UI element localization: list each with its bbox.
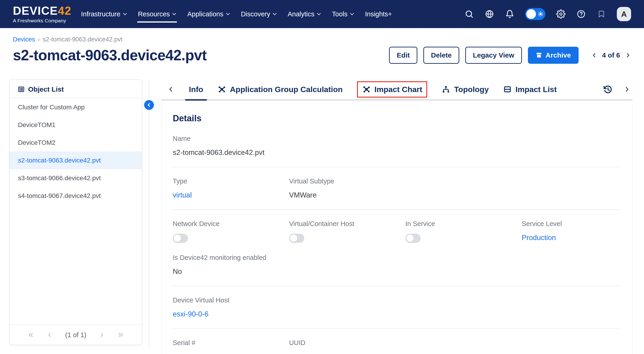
chevron-down-icon [226,13,230,15]
monitoring-label: Is Device42 monitoring enabled [173,254,619,262]
object-list-item-selected[interactable]: s2-tomcat-9063.device42.pvt [10,151,142,169]
first-page-button[interactable] [28,332,34,338]
chevron-right-icon [98,332,105,338]
page-position: (1 of 1) [65,331,86,339]
object-list-item[interactable]: s4-tomcat-9067.device42.pvt [10,187,142,205]
breadcrumb-devices-link[interactable]: Devices [13,36,35,43]
name-value: s2-tomcat-9063.device42.pvt [173,148,619,157]
object-list-item[interactable]: Cluster for Custom App [10,98,142,116]
breadcrumb-separator: › [38,36,40,43]
type-label: Type [173,177,289,185]
object-list-panel: Object List Cluster for Custom App Devic… [9,79,142,345]
object-list-item[interactable]: DeviceTOM1 [10,116,142,134]
device-detail-panel: Info Application Group Calculation Impac… [161,79,632,354]
tab-info[interactable]: Info [189,79,203,99]
divider [173,209,619,210]
device42-logo[interactable]: DEVICE42 A Freshworks Company [13,5,72,23]
nav-applications[interactable]: Applications [187,10,230,18]
workspace: Object List Cluster for Custom App Devic… [0,79,644,354]
device42-app: DEVICE42 A Freshworks Company Infrastruc… [0,0,644,354]
toggle-knob [406,235,414,242]
collapse-sidebar-button[interactable] [144,100,154,110]
object-list-item[interactable]: s3-tomcat-9066.device42.pvt [10,169,142,187]
device-virtual-host-value-link[interactable]: esxi-90-0-6 [173,310,619,318]
chevron-left-icon [146,102,152,108]
nav-insights[interactable]: Insights+ [365,10,392,18]
chevron-right-icon [625,52,631,58]
bell-icon [505,10,514,18]
tab-bar-end [603,84,632,94]
edit-button[interactable]: Edit [389,47,417,64]
bookmark-button[interactable] [596,9,606,19]
object-list-icon [18,86,25,93]
avatar-initial: A [621,10,627,19]
tab-impact-list[interactable]: Impact List [503,79,557,99]
serial-field: Serial # [173,339,289,353]
tabs-scroll-right-button[interactable] [623,86,631,93]
language-button[interactable] [484,9,494,19]
settings-button[interactable] [556,9,566,19]
gear-icon [556,9,566,19]
previous-page-button[interactable] [46,332,53,338]
virtual-container-host-toggle[interactable] [289,234,304,243]
nav-tools[interactable]: Tools [332,10,354,18]
device-virtual-host-label: Device Virtual Host [173,297,619,304]
hub-icon [218,85,226,94]
tab-impact-chart[interactable]: Impact Chart [362,85,422,94]
legacy-view-button[interactable]: Legacy View [465,47,522,64]
delete-button[interactable]: Delete [423,47,459,64]
nav-tools-label: Tools [332,10,348,18]
object-item-label: s2-tomcat-9063.device42.pvt [18,157,101,164]
network-device-toggle[interactable] [173,234,188,243]
uuid-label: UUID [289,339,619,347]
search-button[interactable] [464,9,474,19]
impact-chart-highlight-box: Impact Chart [357,81,428,98]
chevron-down-icon [172,13,176,15]
divider [173,286,619,286]
next-page-button[interactable] [98,332,105,338]
record-pager: 4 of 6 [591,51,631,59]
divider [173,167,619,167]
virtual-subtype-label: Virtual Subtype [289,177,619,185]
history-icon [603,84,613,94]
nav-analytics[interactable]: Analytics [288,10,321,18]
type-field: Type virtual [173,177,289,199]
user-avatar[interactable]: A [617,7,631,21]
divider [173,329,619,329]
last-page-button[interactable] [117,332,124,338]
uuid-field: UUID [289,339,619,353]
virtual-subtype-value: VMWare [289,191,619,199]
chevron-down-icon [123,13,127,15]
notifications-button[interactable] [505,9,514,19]
tab-topology[interactable]: Topology [442,79,488,99]
type-value-link[interactable]: virtual [173,191,289,199]
help-button[interactable] [576,9,586,19]
chevron-left-icon [167,86,174,93]
title-row: s2-tomcat-9063.device42.pvt Edit Delete … [13,47,631,64]
breadcrumb: Devices › s2-tomcat-9063.device42.pvt [13,36,631,43]
tab-application-group-calculation[interactable]: Application Group Calculation [218,79,342,99]
in-service-toggle[interactable] [406,234,420,243]
next-record-button[interactable] [625,52,631,58]
serial-label: Serial # [173,339,289,347]
topnav-utilities: A [464,7,631,21]
page-actions: Edit Delete Legacy View Archive 4 of 6 [389,47,631,64]
nav-analytics-label: Analytics [288,10,314,18]
details-section: Details Name s2-tomcat-9063.device42.pvt… [161,102,632,354]
logo-device: DEVICE [13,4,58,17]
archive-button[interactable]: Archive [528,47,578,64]
previous-record-button[interactable] [591,52,598,58]
type-row: Type virtual Virtual Subtype VMWare [173,177,619,199]
archive-icon [536,52,542,59]
nav-resources[interactable]: Resources [138,10,176,18]
service-level-value-link[interactable]: Production [522,234,619,242]
object-item-label: Cluster for Custom App [18,104,84,111]
tab-topology-label: Topology [454,85,488,94]
history-button[interactable] [603,84,613,94]
object-list-item[interactable]: DeviceTOM2 [10,134,142,151]
tabs-scroll-left-button[interactable] [167,86,174,93]
virtual-container-host-field: Virtual/Container Host [289,220,406,243]
nav-infrastructure[interactable]: Infrastructure [81,10,127,18]
nav-discovery[interactable]: Discovery [241,10,277,18]
theme-toggle[interactable] [525,8,546,20]
